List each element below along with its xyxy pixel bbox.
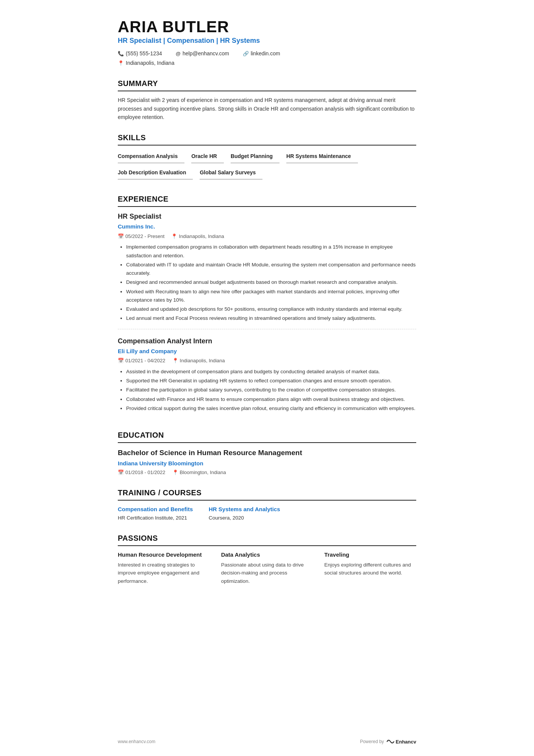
brand-name: Enhancv xyxy=(396,738,416,746)
contact-row: 📞 (555) 555-1234 @ help@enhancv.com 🔗 li… xyxy=(118,50,416,58)
bullet-2-3: Facilitated the participation in global … xyxy=(126,386,416,394)
phone-contact: 📞 (555) 555-1234 xyxy=(118,50,162,58)
page-footer: www.enhancv.com Powered by Enhancv xyxy=(118,738,416,746)
bullet-1-1: Implemented compensation programs in col… xyxy=(126,243,416,260)
calendar-icon-2: 📅 xyxy=(118,357,124,365)
course-org-1: HR Certification Institute, 2021 xyxy=(118,514,194,522)
bullet-1-6: Led annual merit and Focal Process revie… xyxy=(126,314,416,322)
edu-meta: 📅 01/2018 - 01/2022 📍 Bloomington, India… xyxy=(118,469,416,476)
company-2: Eli Lilly and Company xyxy=(118,347,416,356)
experience-section: EXPERIENCE HR Specialist Cummins Inc. 📅 … xyxy=(118,193,416,419)
skills-grid: Compensation Analysis Oracle HR Budget P… xyxy=(118,150,416,183)
resume-page: ARIA BUTLER HR Specialist | Compensation… xyxy=(97,0,437,756)
bullet-2-4: Collaborated with Finance and HR teams t… xyxy=(126,395,416,404)
passion-title-2: Data Analytics xyxy=(221,551,313,559)
summary-section: SUMMARY HR Specialist with 2 years of ex… xyxy=(118,78,416,121)
calendar-icon-edu: 📅 xyxy=(118,469,124,476)
passions-section: PASSIONS Human Resource Development Inte… xyxy=(118,532,416,585)
job-meta-1: 📅 05/2022 - Present 📍 Indianapolis, Indi… xyxy=(118,233,416,240)
job-bullets-2: Assisted in the development of compensat… xyxy=(118,368,416,413)
powered-by-text: Powered by xyxy=(360,738,384,745)
location-row: 📍 Indianapolis, Indiana xyxy=(118,59,416,67)
bullet-1-4: Worked with Recruiting team to align new… xyxy=(126,288,416,305)
passion-title-1: Human Resource Development xyxy=(118,551,210,559)
degree-title: Bachelor of Science in Human Resource Ma… xyxy=(118,448,416,459)
location-icon-2: 📍 xyxy=(172,357,178,365)
job-dates-2: 📅 01/2021 - 04/2022 xyxy=(118,357,166,365)
bullet-2-1: Assisted in the development of compensat… xyxy=(126,368,416,376)
linkedin-contact: 🔗 linkedin.com xyxy=(243,50,280,58)
location-contact: 📍 Indianapolis, Indiana xyxy=(118,59,174,67)
job-location-2: 📍 Indianapolis, Indiana xyxy=(172,357,225,365)
job-compensation-intern: Compensation Analyst Intern Eli Lilly an… xyxy=(118,336,416,419)
job-hr-specialist: HR Specialist Cummins Inc. 📅 05/2022 - P… xyxy=(118,211,416,329)
location-icon-1: 📍 xyxy=(171,233,177,240)
location-icon-edu: 📍 xyxy=(172,469,178,476)
passion-travel: Traveling Enjoys exploring different cul… xyxy=(324,551,416,585)
job-meta-2: 📅 01/2021 - 04/2022 📍 Indianapolis, Indi… xyxy=(118,357,416,365)
course-name-1: Compensation and Benefits xyxy=(118,505,194,514)
job-title-1: HR Specialist xyxy=(118,211,416,222)
skills-row-2: Job Description Evaluation Global Salary… xyxy=(118,166,416,183)
training-item-1: Compensation and Benefits HR Certificati… xyxy=(118,505,194,522)
skill-hr-systems: HR Systems Maintenance xyxy=(286,150,358,163)
footer-brand: Powered by Enhancv xyxy=(360,738,416,746)
skill-oracle-hr: Oracle HR xyxy=(191,150,224,163)
candidate-name: ARIA BUTLER xyxy=(118,18,416,36)
job-title-2: Compensation Analyst Intern xyxy=(118,336,416,346)
skills-row-1: Compensation Analysis Oracle HR Budget P… xyxy=(118,150,416,166)
skill-job-description: Job Description Evaluation xyxy=(118,166,193,180)
bullet-1-3: Designed and recommended annual budget a… xyxy=(126,278,416,286)
edu-dates: 📅 01/2018 - 01/2022 xyxy=(118,469,166,476)
job-location-1: 📍 Indianapolis, Indiana xyxy=(171,233,224,240)
edu-location-text: Bloomington, Indiana xyxy=(180,469,226,476)
passion-text-2: Passionate about using data to drive dec… xyxy=(221,561,313,585)
passion-title-3: Traveling xyxy=(324,551,416,559)
linkedin-icon: 🔗 xyxy=(243,50,249,58)
education-section: EDUCATION Bachelor of Science in Human R… xyxy=(118,429,416,476)
logo-icon xyxy=(386,739,395,744)
bullet-2-5: Provided critical support during the sal… xyxy=(126,404,416,413)
summary-title: SUMMARY xyxy=(118,78,416,91)
location-icon: 📍 xyxy=(118,59,124,67)
school-name: Indiana University Bloomington xyxy=(118,459,416,468)
company-1: Cummins Inc. xyxy=(118,222,416,231)
training-item-2: HR Systems and Analytics Coursera, 2020 xyxy=(209,505,284,522)
passion-text-1: Interested in creating strategies to imp… xyxy=(118,561,210,585)
education-title: EDUCATION xyxy=(118,429,416,443)
enhancv-logo: Enhancv xyxy=(386,738,416,746)
job-bullets-1: Implemented compensation programs in col… xyxy=(118,243,416,322)
passions-title: PASSIONS xyxy=(118,532,416,546)
email-contact: @ help@enhancv.com xyxy=(176,50,229,58)
edu-dates-text: 01/2018 - 01/2022 xyxy=(125,469,166,476)
passions-grid: Human Resource Development Interested in… xyxy=(118,551,416,585)
training-grid: Compensation and Benefits HR Certificati… xyxy=(118,505,416,522)
skill-budget-planning: Budget Planning xyxy=(231,150,279,163)
location-text: Indianapolis, Indiana xyxy=(126,59,174,67)
calendar-icon-1: 📅 xyxy=(118,233,124,240)
skills-section: SKILLS Compensation Analysis Oracle HR B… xyxy=(118,132,416,183)
edu-location: 📍 Bloomington, Indiana xyxy=(172,469,226,476)
linkedin-url: linkedin.com xyxy=(251,50,280,58)
header: ARIA BUTLER HR Specialist | Compensation… xyxy=(118,18,416,67)
training-section: TRAINING / COURSES Compensation and Bene… xyxy=(118,487,416,522)
phone-icon: 📞 xyxy=(118,50,124,58)
email-icon: @ xyxy=(176,50,181,58)
bullet-1-5: Evaluated and updated job descriptions f… xyxy=(126,305,416,313)
job-dates-1: 📅 05/2022 - Present xyxy=(118,233,164,240)
skills-title: SKILLS xyxy=(118,132,416,146)
email-address: help@enhancv.com xyxy=(183,50,229,58)
bullet-2-2: Supported the HR Generalist in updating … xyxy=(126,377,416,385)
experience-title: EXPERIENCE xyxy=(118,193,416,207)
passion-data: Data Analytics Passionate about using da… xyxy=(221,551,313,585)
phone-number: (555) 555-1234 xyxy=(126,50,162,58)
summary-text: HR Specialist with 2 years of experience… xyxy=(118,96,416,121)
bullet-1-2: Collaborated with IT to update and maint… xyxy=(126,261,416,278)
footer-website: www.enhancv.com xyxy=(118,738,155,745)
candidate-title: HR Specialist | Compensation | HR System… xyxy=(118,36,416,46)
course-org-2: Coursera, 2020 xyxy=(209,514,284,522)
passion-hrd: Human Resource Development Interested in… xyxy=(118,551,210,585)
course-name-2: HR Systems and Analytics xyxy=(209,505,284,514)
skill-compensation-analysis: Compensation Analysis xyxy=(118,150,184,163)
skill-global-salary: Global Salary Surveys xyxy=(200,166,262,180)
